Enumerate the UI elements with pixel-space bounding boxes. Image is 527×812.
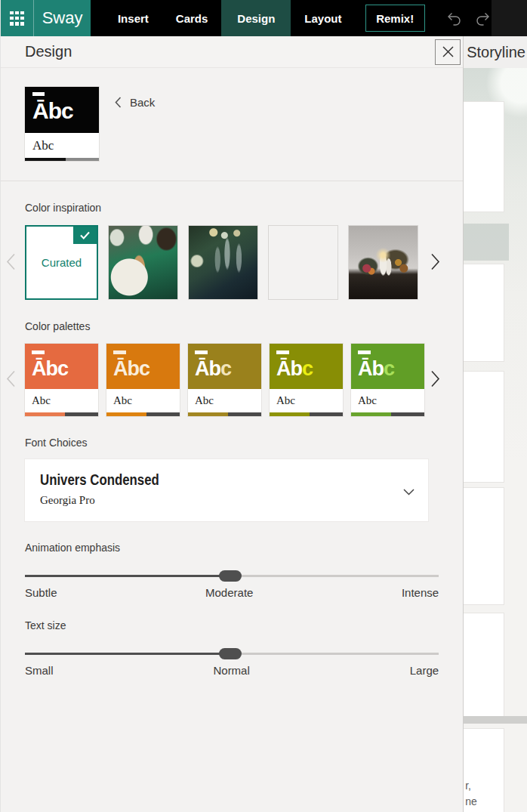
dash-glyph	[276, 350, 289, 354]
palettes-prev-button[interactable]	[6, 370, 16, 391]
palette-heading: Ābc	[358, 357, 424, 382]
color-inspiration-label: Color inspiration	[25, 202, 463, 214]
top-navbar: Sway Insert Cards Design Layout Remix!	[1, 0, 527, 36]
palette-heading: Ābc	[276, 357, 343, 382]
chevron-left-icon	[6, 252, 16, 270]
navbar-endcap	[492, 0, 527, 36]
font-secondary-name: Georgia Pro	[40, 494, 428, 507]
palettes-next-button[interactable]	[430, 370, 440, 391]
storyline-card[interactable]	[464, 488, 504, 604]
app-launcher-button[interactable]	[1, 0, 33, 36]
close-icon	[442, 46, 454, 57]
palette-bar	[106, 412, 180, 416]
animation-emphasis-slider[interactable]	[25, 570, 439, 582]
slider-fill	[25, 653, 230, 655]
text-size-label: Text size	[25, 619, 463, 631]
storyline-pane: Storyline r, ne	[464, 36, 527, 812]
palette-card-olive-green[interactable]: Ābc Abc	[270, 344, 343, 416]
storyline-card[interactable]	[464, 372, 504, 482]
inspiration-tiles: Curated	[25, 225, 463, 300]
font-choices-dropdown[interactable]: Univers Condensed Georgia Pro	[25, 459, 428, 521]
palette-heading: Ābc	[32, 357, 98, 382]
palette-bar	[188, 412, 261, 416]
storyline-card-text-fragment: ne	[464, 794, 477, 810]
storyline-title: Storyline	[464, 36, 527, 68]
tick-subtle: Subtle	[25, 586, 57, 599]
tab-cards[interactable]: Cards	[162, 0, 222, 36]
palette-top: Ābc	[106, 344, 180, 389]
color-palettes-carousel: Ābc Abc Ābc Abc	[1, 344, 463, 416]
dash-glyph	[358, 350, 371, 354]
selected-check-badge	[73, 227, 97, 244]
curated-tile-selected[interactable]: Curated	[25, 225, 98, 300]
palette-body-text: Abc	[106, 389, 180, 412]
inspiration-photo-table-setting[interactable]	[108, 225, 178, 300]
storyline-card-text-fragment: r,	[464, 778, 471, 794]
palette-card-green[interactable]: Ābc Abc	[351, 344, 424, 416]
palette-top: Ābc	[25, 344, 98, 389]
inspiration-photo-hanging-vases[interactable]	[188, 225, 258, 300]
undo-icon[interactable]	[445, 10, 462, 26]
chevron-right-icon	[430, 252, 440, 270]
history-controls	[445, 0, 492, 36]
palette-body-text: Abc	[351, 389, 424, 412]
chevron-down-icon	[403, 485, 415, 499]
text-size-slider[interactable]	[25, 647, 439, 659]
palette-card-olive-gold[interactable]: Ābc Abc	[188, 344, 261, 416]
tab-insert[interactable]: Insert	[104, 0, 162, 36]
back-button[interactable]: Back	[115, 93, 155, 111]
palette-cards: Ābc Abc Ābc Abc	[25, 344, 463, 416]
tick-moderate: Moderate	[205, 586, 253, 599]
palette-heading: Ābc	[195, 357, 261, 382]
dash-glyph	[195, 350, 208, 354]
animation-emphasis-label: Animation emphasis	[25, 542, 463, 554]
palette-bar	[270, 412, 343, 416]
palette-top: Ābc	[351, 344, 424, 389]
tick-normal: Normal	[213, 664, 249, 677]
palette-card-orange-red[interactable]: Ābc Abc	[25, 344, 98, 416]
theme-preview-top: Ābc	[25, 87, 99, 133]
current-theme-preview[interactable]: Ābc Abc	[25, 87, 99, 161]
redo-icon[interactable]	[475, 10, 492, 26]
storyline-card[interactable]: r, ne	[464, 729, 504, 812]
inspiration-photo-bouquet[interactable]	[268, 225, 338, 300]
palette-card-orange[interactable]: Ābc Abc	[106, 344, 180, 416]
tab-layout[interactable]: Layout	[291, 0, 355, 36]
storyline-canvas[interactable]: r, ne	[464, 68, 527, 812]
inspiration-next-button[interactable]	[430, 252, 440, 273]
sway-app-window: Sway Insert Cards Design Layout Remix! D…	[0, 0, 527, 812]
main-menu: Insert Cards Design Layout	[104, 0, 356, 36]
slider-handle[interactable]	[219, 570, 242, 582]
slider-fill	[25, 575, 230, 577]
design-panel-header: Design	[1, 36, 463, 68]
storyline-card[interactable]	[464, 264, 504, 361]
dash-glyph	[113, 350, 126, 354]
remix-button[interactable]: Remix!	[365, 5, 425, 32]
palette-body-text: Abc	[270, 389, 343, 412]
curated-label: Curated	[42, 256, 82, 269]
color-inspiration-carousel: Curated	[1, 225, 463, 300]
dash-glyph	[32, 92, 45, 96]
storyline-card[interactable]	[464, 613, 504, 716]
theme-preview-body-text: Abc	[25, 133, 99, 158]
dash-glyph	[32, 350, 45, 354]
chevron-right-icon	[430, 370, 440, 388]
tick-large: Large	[410, 664, 439, 677]
sway-logo[interactable]: Sway	[33, 0, 91, 36]
theme-preview-bar	[25, 158, 99, 161]
storyline-section-band	[464, 224, 509, 261]
theme-preview-row: Ābc Abc Back	[1, 68, 463, 161]
slider-handle[interactable]	[219, 648, 242, 659]
tab-design[interactable]: Design	[221, 0, 291, 36]
storyline-card[interactable]	[464, 102, 504, 211]
animation-tick-labels: Subtle Moderate Intense	[25, 586, 439, 599]
design-panel-body: Ābc Abc Back Color inspiration	[1, 68, 463, 812]
palette-top: Ābc	[270, 344, 343, 389]
panel-title: Design	[25, 43, 435, 60]
inspiration-prev-button[interactable]	[6, 252, 16, 273]
checkmark-icon	[80, 231, 90, 239]
inspiration-photo-candle-table[interactable]	[348, 225, 418, 300]
palette-body-text: Abc	[25, 389, 98, 412]
palette-bar	[351, 412, 424, 416]
close-panel-button[interactable]	[435, 39, 461, 65]
